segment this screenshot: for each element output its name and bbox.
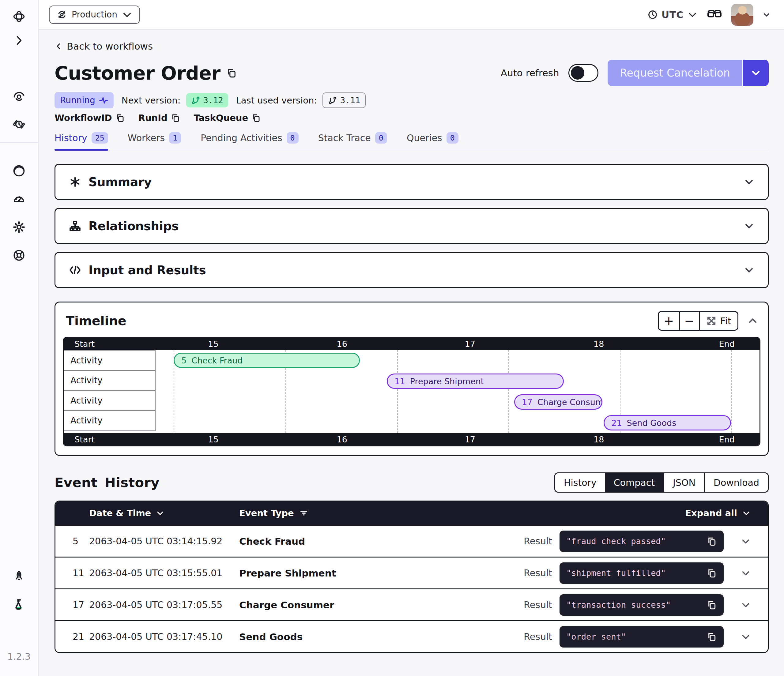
timeline-zoom-controls: + − Fit (658, 311, 738, 331)
request-cancelation-button[interactable]: Request Cancelation (608, 60, 769, 86)
row-label: Activity (64, 350, 156, 371)
chevron-down-icon (687, 9, 698, 20)
event-datetime: 2063-04-05 UTC 03:14:15.92 (89, 536, 239, 547)
event-row[interactable]: 11 2063-04-05 UTC 03:15:55.01 Prepare Sh… (55, 556, 768, 589)
auto-refresh-toggle[interactable] (568, 64, 599, 82)
status-label: Running (60, 95, 95, 105)
view-compact-button[interactable]: Compact (605, 473, 663, 492)
date-time-column-header[interactable]: Date & Time (89, 508, 239, 518)
event-id: 21 (55, 631, 89, 642)
result-code-chip: "shipment fulfilled" (560, 563, 724, 584)
tab-label: Pending Activities (201, 132, 282, 143)
axis-tick: End (719, 435, 735, 444)
schedules-icon[interactable] (9, 115, 29, 134)
tab-history[interactable]: History 25 (54, 132, 108, 150)
back-link-label: Back to workflows (67, 41, 153, 52)
tab-label: Stack Trace (318, 132, 371, 143)
chevron-left-icon (54, 42, 62, 50)
download-button[interactable]: Download (704, 473, 768, 492)
view-json-button[interactable]: JSON (663, 473, 704, 492)
fit-label: Fit (720, 315, 731, 326)
timeline-bar-prepare-shipment[interactable]: 11 Prepare Shipment (387, 373, 564, 389)
tab-pending-activities[interactable]: Pending Activities 0 (201, 132, 298, 150)
bar-event-name: Prepare Shipment (410, 376, 484, 386)
settings-gear-icon[interactable] (9, 218, 29, 237)
result-label: Result (524, 567, 552, 578)
zoom-out-button[interactable]: − (679, 312, 699, 330)
user-avatar[interactable] (731, 4, 753, 26)
copy-title-icon[interactable] (226, 67, 237, 78)
bar-event-id: 11 (394, 376, 405, 386)
input-results-accordion[interactable]: Input and Results (54, 252, 769, 288)
workflow-id-label: WorkflowID (54, 113, 112, 123)
expand-row-chevron-icon[interactable] (741, 632, 751, 642)
run-id-copy[interactable]: RunId (138, 113, 180, 123)
git-branch-icon (328, 96, 337, 105)
result-value: "fraud check passed" (566, 536, 666, 546)
axis-tick: 18 (594, 435, 604, 444)
labs-mode-glasses-icon[interactable] (707, 8, 722, 21)
expand-row-chevron-icon[interactable] (741, 536, 751, 546)
chevron-down-icon (121, 9, 132, 20)
event-history-header: Date & Time Event Type Expand all (55, 502, 768, 525)
usage-icon[interactable] (9, 189, 29, 209)
copy-result-icon[interactable] (706, 632, 717, 642)
copy-result-icon[interactable] (706, 536, 717, 547)
result-label: Result (524, 536, 552, 547)
timeline-bar-send-goods[interactable]: 21 Send Goods (604, 415, 731, 430)
summary-accordion[interactable]: Summary (54, 164, 769, 200)
collapse-timeline-chevron-icon[interactable] (748, 315, 758, 326)
request-cancelation-label: Request Cancelation (608, 60, 742, 86)
bar-event-id: 17 (522, 398, 532, 407)
event-type: Prepare Shipment (239, 567, 472, 579)
cancelation-options-caret[interactable] (742, 60, 769, 86)
timeline-panel: Timeline + − Fit Start (54, 301, 769, 456)
next-version-value: 3.12 (203, 96, 223, 105)
user-menu-chevron-icon[interactable] (762, 11, 770, 19)
axis-tick: Start (75, 435, 95, 444)
relationships-accordion[interactable]: Relationships (54, 208, 769, 244)
event-datetime: 2063-04-05 UTC 03:17:05.55 (89, 600, 239, 610)
workflows-icon[interactable] (9, 86, 29, 106)
result-value: "shipment fulfilled" (566, 568, 666, 578)
whats-new-rocket-icon[interactable] (9, 567, 29, 586)
timeline-bar-check-fraud[interactable]: 5 Check Fraud (174, 353, 359, 368)
workflow-id-copy[interactable]: WorkflowID (54, 113, 125, 123)
expand-row-chevron-icon[interactable] (741, 600, 751, 610)
zoom-in-button[interactable]: + (659, 312, 679, 330)
tab-queries[interactable]: Queries 0 (407, 132, 459, 150)
view-history-button[interactable]: History (555, 473, 605, 492)
event-row[interactable]: 5 2063-04-05 UTC 03:14:15.92 Check Fraud… (55, 525, 768, 556)
tab-count-badge: 0 (446, 132, 459, 144)
event-row[interactable]: 21 2063-04-05 UTC 03:17:45.10 Send Goods… (55, 620, 768, 652)
timeline-bar-charge-consumer[interactable]: 17 Charge Consumer (514, 394, 602, 410)
temporal-logo-icon[interactable] (9, 7, 29, 26)
tab-stack-trace[interactable]: Stack Trace 0 (318, 132, 387, 150)
tab-count-badge: 0 (287, 132, 299, 144)
event-row[interactable]: 17 2063-04-05 UTC 03:17:05.55 Charge Con… (55, 589, 768, 620)
expand-rail-chevron-icon[interactable] (9, 31, 29, 50)
fit-button[interactable]: Fit (699, 312, 737, 330)
support-lifering-icon[interactable] (9, 246, 29, 265)
bar-event-name: Send Goods (627, 418, 677, 428)
row-label: Activity (64, 390, 156, 411)
back-to-workflows-link[interactable]: Back to workflows (54, 41, 153, 52)
task-queue-copy[interactable]: TaskQueue (194, 113, 261, 123)
expand-row-chevron-icon[interactable] (741, 568, 751, 578)
copy-result-icon[interactable] (706, 568, 717, 578)
timezone-selector[interactable]: UTC (647, 9, 698, 20)
expand-all-button[interactable]: Expand all (685, 508, 751, 518)
copy-result-icon[interactable] (706, 600, 717, 610)
event-type: Send Goods (239, 631, 472, 642)
tab-workers[interactable]: Workers 1 (128, 132, 181, 150)
labs-flask-icon[interactable] (9, 595, 29, 614)
status-badge: Running (54, 92, 114, 109)
copy-icon (251, 113, 261, 123)
relationships-title: Relationships (89, 219, 179, 233)
left-nav-rail: 1.2.3 (0, 0, 39, 676)
chevron-down-icon (744, 265, 754, 275)
namespaces-icon[interactable] (9, 161, 29, 181)
namespace-switcher[interactable]: Production (49, 6, 140, 24)
chevron-down-icon (744, 177, 754, 187)
event-type-column-header[interactable]: Event Type (239, 508, 472, 518)
